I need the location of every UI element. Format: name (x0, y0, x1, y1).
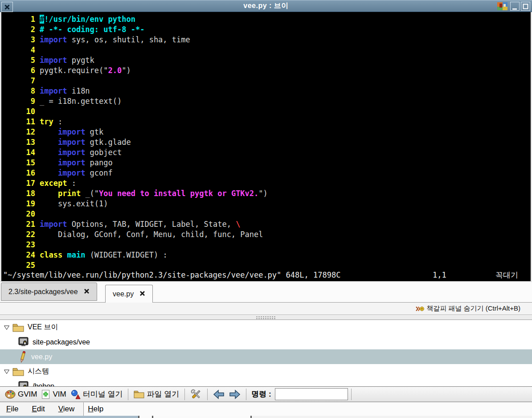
toolbar-separator (207, 389, 208, 400)
gvim-button-label: GVIM (18, 390, 37, 399)
tools-button[interactable] (188, 388, 204, 401)
code-text: # -*- coding: utf-8 -*- (40, 25, 144, 35)
code-line: 8import i18n (1, 86, 531, 96)
code-text: sys.exit(1) (40, 199, 108, 209)
hide-panel-label[interactable]: 책갈피 패널 숨기기 (Ctrl+Alt+B) (426, 304, 520, 313)
line-number: 12 (1, 127, 35, 137)
background-window-fragments (0, 416, 532, 418)
code-text: import sys, os, shutil, sha, time (40, 35, 190, 45)
line-number: 7 (1, 76, 35, 86)
code-line: 22 Dialog, GConf, Conf, Menu, child, fun… (1, 229, 531, 240)
open-terminal-label: 터미널 열기 (83, 389, 123, 399)
toolbar-separator (246, 389, 246, 400)
line-number: 6 (1, 66, 35, 76)
folder-icon (12, 323, 24, 332)
tree-item[interactable]: 시스템 (0, 364, 532, 379)
cursor-position: 1,1 (433, 270, 446, 280)
syntax-segment: : (67, 179, 76, 188)
open-file-button[interactable]: 파일 열기 (131, 388, 181, 400)
tree-item[interactable]: vee.py (0, 349, 532, 364)
background-window-edge (153, 416, 250, 418)
folder-icon (134, 390, 144, 398)
code-text: import gtk (40, 127, 103, 137)
code-text: import gconf (40, 168, 113, 178)
open-terminal-button[interactable]: 터미널 열기 (69, 388, 125, 400)
code-line: 3import sys, os, shutil, sha, time (1, 35, 531, 45)
menu-item-edit[interactable]: Edit (32, 405, 45, 414)
vim-button[interactable]: VIM (39, 389, 68, 400)
line-number: 21 (1, 219, 35, 229)
tools-icon (190, 389, 202, 400)
syntax-segment (40, 148, 58, 157)
syntax-segment: pango (85, 158, 112, 167)
line-number: 2 (1, 25, 35, 35)
computer-icon (18, 337, 29, 347)
code-line: 23 (1, 240, 531, 250)
toolbar-separator (351, 389, 352, 400)
tree-item[interactable]: site-packages/vee (0, 335, 532, 349)
syntax-segment: gobject (85, 148, 122, 157)
syntax-segment: import (40, 56, 67, 65)
line-number: 19 (1, 199, 35, 209)
line-number: 23 (1, 240, 35, 250)
tree-item[interactable]: VEE 브이 (0, 320, 532, 335)
background-window-edge (0, 416, 138, 418)
code-line: 7 (1, 76, 531, 86)
menu-item-label: iew (63, 405, 75, 413)
close-tab-icon[interactable] (84, 288, 90, 296)
syntax-segment (40, 189, 58, 198)
code-text: import Options, TAB, WIDGET, Label, Stat… (40, 219, 240, 229)
line-number: 1 (1, 14, 35, 25)
editor-tab[interactable]: vee.py (105, 285, 153, 303)
syntax-segment (40, 158, 58, 167)
tree-item[interactable]: /bobop (0, 379, 532, 386)
window-minimize-button[interactable] (510, 2, 520, 11)
forward-button[interactable] (227, 389, 243, 400)
vim-button-label: VIM (53, 390, 66, 399)
syntax-segment: import (58, 148, 85, 157)
tab-label: vee.py (113, 290, 134, 298)
code-text: except : (40, 178, 76, 189)
syntax-segment: import (58, 138, 85, 147)
panel-splitter[interactable] (0, 315, 532, 320)
code-editor[interactable]: 1#!/usr/bin/env python2# -*- coding: utf… (0, 12, 532, 282)
line-number: 5 (1, 55, 35, 66)
code-line: 2# -*- coding: utf-8 -*- (1, 25, 531, 35)
gvim-button[interactable]: GVIM (3, 389, 39, 400)
line-number: 9 (1, 96, 35, 107)
menu-item-file[interactable]: File (6, 405, 18, 414)
palette-icon (5, 390, 16, 399)
command-input[interactable] (275, 388, 348, 400)
syntax-segment: Options, TAB, WIDGET, Label, State, (67, 220, 236, 229)
line-number: 3 (1, 35, 35, 45)
menu-bar: FileEditViewHelp (0, 402, 532, 416)
syntax-segment: pygtk (67, 56, 94, 65)
window-maximize-button[interactable] (521, 2, 530, 11)
open-file-label: 파일 열기 (147, 389, 179, 399)
splitter-grip-icon[interactable] (256, 316, 276, 319)
menu-item-help[interactable]: Help (88, 405, 103, 414)
syntax-segment: try (40, 117, 53, 126)
expander-icon[interactable] (4, 369, 10, 374)
menu-item-view[interactable]: View (58, 405, 75, 414)
editor-tab[interactable]: 2.3/site-packages/vee (1, 283, 97, 301)
close-tab-icon[interactable] (139, 290, 145, 298)
title-bar: vee.py : 브이 (0, 0, 532, 12)
menu-mnemonic: H (88, 405, 93, 413)
tab-label: 2.3/site-packages/vee (8, 288, 78, 296)
syntax-segment: sys, os, shutil, sha, time (67, 35, 190, 44)
code-line: 4 (1, 45, 531, 55)
code-line: 17except : (1, 178, 531, 189)
code-line: 16 import gconf (1, 168, 531, 178)
background-window-edge (139, 416, 152, 418)
syntax-segment: print (58, 189, 81, 198)
expander-icon[interactable] (4, 325, 10, 330)
back-button[interactable] (211, 389, 227, 400)
syntax-segment: import (58, 127, 85, 136)
code-line: 10 (1, 107, 531, 117)
line-number: 15 (1, 158, 35, 168)
syntax-segment: class (40, 250, 62, 259)
code-line: 6pygtk.require("2.0") (1, 66, 531, 76)
syntax-segment: except (40, 179, 67, 188)
code-text: print _("You need to install pygtk or GT… (40, 189, 268, 199)
